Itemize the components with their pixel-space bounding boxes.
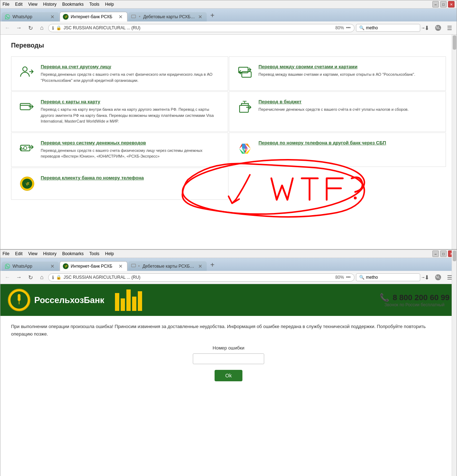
tab-whatsapp-label-2: WhatsApp: [12, 264, 47, 269]
extensions-btn-1[interactable]: NL: [433, 23, 443, 33]
bank-header: РоссельхозБанк 📞 8 800 200 60 99: [0, 284, 457, 316]
tab-whatsapp-close-1[interactable]: ✕: [50, 14, 55, 20]
scrollbar-2[interactable]: [452, 284, 457, 476]
tab-bank-close-1[interactable]: ✕: [118, 14, 124, 20]
menu-view-1[interactable]: View: [28, 2, 37, 7]
menu-history-2[interactable]: History: [43, 251, 56, 256]
back-btn-1[interactable]: ←: [2, 23, 12, 33]
transfer-budget-title[interactable]: Перевод в бюджет: [258, 99, 409, 104]
error-number-label: Номер ошибки: [11, 345, 446, 351]
tab-debit-close-1[interactable]: ✕: [197, 14, 203, 20]
scrollbar-1[interactable]: [452, 35, 457, 249]
more-btn-1[interactable]: •••: [346, 25, 351, 30]
bar-1: [115, 293, 119, 311]
minimize-btn-2[interactable]: –: [432, 251, 439, 257]
transfer-money-card[interactable]: Перевод через систему денежных переводов…: [11, 133, 228, 167]
page-title-1: Переводы: [11, 42, 446, 49]
url-text-1: JSC RUSSIAN AGRICULTURAL ... (RU): [64, 25, 333, 30]
forward-btn-2[interactable]: →: [14, 272, 24, 282]
error-number-input[interactable]: [193, 353, 264, 364]
tab-debit-close-2[interactable]: ✕: [197, 263, 203, 269]
tab-bank-close-2[interactable]: ✕: [118, 263, 124, 269]
extensions-btn-2[interactable]: NL: [433, 272, 443, 282]
transfer-phone-title[interactable]: Перевод клиенту банка по номеру телефона: [41, 175, 144, 180]
tab-dot-1: •: [139, 14, 140, 19]
tab-whatsapp-1[interactable]: WhatsApp ✕: [2, 12, 59, 21]
transfer-sbp-info: Перевод по номеру телефона в другой банк…: [258, 140, 386, 148]
svg-text:NL: NL: [436, 26, 441, 30]
forward-btn-1[interactable]: →: [14, 23, 24, 33]
bar-4: [132, 297, 136, 311]
phone-icon: 📞: [380, 293, 389, 302]
transfer-money-title[interactable]: Перевод через систему денежных переводов: [41, 140, 221, 145]
tab-bank-label-2: Интернет-банк РСХБ: [71, 264, 116, 269]
search-input-1[interactable]: [366, 25, 420, 30]
menu-view-2[interactable]: View: [28, 251, 37, 256]
error-message-text: При выполнении операции произошла ошибка…: [11, 323, 446, 338]
info-icon-1: ℹ: [52, 25, 54, 31]
transfer-person-card[interactable]: Перевод на счет другому лицу Перевод ден…: [11, 56, 228, 91]
debit-tab-icon-1: [131, 14, 137, 20]
reload-btn-1[interactable]: ↻: [25, 23, 35, 33]
home-btn-1[interactable]: ⌂: [37, 23, 47, 33]
new-tab-btn-2[interactable]: +: [207, 261, 217, 269]
transfer-money-icon: [19, 140, 36, 157]
transfer-own-title[interactable]: Перевод между своими счетами и картами: [258, 64, 415, 69]
transfer-sbp-card[interactable]: СБП Перевод по номеру телефона в другой …: [229, 133, 446, 167]
menu-bookmarks-1[interactable]: Bookmarks: [62, 2, 84, 7]
transfer-card-card[interactable]: Перевод с карты на карту Перевод с карты…: [11, 91, 228, 132]
menu-file-1[interactable]: File: [2, 2, 9, 7]
more-btn-2[interactable]: •••: [346, 275, 351, 280]
bar-5: [138, 291, 142, 311]
transfer-own-icon: [236, 64, 253, 81]
menu-help-2[interactable]: Help: [105, 251, 114, 256]
bar-3: [126, 289, 131, 311]
restore-btn-2[interactable]: □: [440, 251, 447, 257]
transfer-phone-card[interactable]: 🌾 Перевод клиенту банка по номеру телефо…: [11, 168, 228, 200]
download-btn-2[interactable]: ⬇: [422, 272, 432, 282]
minimize-btn-1[interactable]: –: [432, 1, 439, 8]
reload-btn-2[interactable]: ↻: [25, 272, 35, 282]
annotation-area: [228, 168, 446, 200]
transfer-sbp-title[interactable]: Перевод по номеру телефона в другой банк…: [258, 140, 386, 145]
home-btn-2[interactable]: ⌂: [37, 272, 47, 282]
transfer-person-title[interactable]: Перевод на счет другому лицу: [41, 64, 221, 69]
url-bar-2[interactable]: ℹ 🔒 JSC RUSSIAN AGRICULTURAL ... (RU) 80…: [48, 273, 355, 282]
tab-debit-1[interactable]: • Дебетовые карты РСХБ | Банки.р ✕: [128, 12, 207, 21]
tab-bank-2[interactable]: 🌾 Интернет-банк РСХБ ✕: [60, 261, 127, 271]
menu-bookmarks-2[interactable]: Bookmarks: [62, 251, 84, 256]
new-tab-btn-1[interactable]: +: [207, 11, 217, 20]
tab-bank-1[interactable]: 🌾 Интернет-банк РСХБ ✕: [60, 12, 127, 21]
download-btn-1[interactable]: ⬇: [422, 23, 432, 33]
url-bar-1[interactable]: ℹ 🔒 JSC RUSSIAN AGRICULTURAL ... (RU) 80…: [48, 24, 355, 32]
hamburger-menu-btn-1[interactable]: ☰: [445, 23, 455, 33]
tab-debit-2[interactable]: • Дебетовые карты РСХБ | Банки. ✕: [128, 261, 207, 271]
search-input-2[interactable]: [366, 275, 420, 280]
menu-bar-1: File Edit View History Bookmarks Tools H…: [0, 0, 457, 9]
svg-point-24: [354, 197, 357, 199]
menu-edit-1[interactable]: Edit: [15, 2, 22, 7]
phone-section: 📞 8 800 200 60 99 Звонок по России беспл…: [380, 293, 450, 307]
transfer-own-card[interactable]: Перевод между своими счетами и картами П…: [229, 56, 446, 91]
transfer-budget-icon: [236, 99, 253, 116]
search-icon-1: 🔍: [359, 25, 365, 30]
scrollbar-thumb-1[interactable]: [453, 35, 456, 50]
transfer-card-title[interactable]: Перевод с карты на карту: [41, 99, 221, 104]
menu-tools-1[interactable]: Tools: [89, 2, 99, 7]
ok-button[interactable]: Ok: [215, 370, 242, 381]
back-btn-2[interactable]: ←: [2, 272, 12, 282]
menu-file-2[interactable]: File: [2, 251, 9, 256]
svg-rect-26: [131, 264, 136, 267]
bank-bars-decoration: [115, 289, 142, 311]
transfer-budget-card[interactable]: Перевод в бюджет Перечисление денежных с…: [229, 91, 446, 132]
menu-history-1[interactable]: History: [43, 2, 56, 7]
restore-btn-1[interactable]: □: [440, 1, 447, 8]
menu-edit-2[interactable]: Edit: [15, 251, 22, 256]
close-btn-1[interactable]: ✕: [448, 1, 455, 8]
menu-help-1[interactable]: Help: [105, 2, 114, 7]
lock-icon-2: 🔒: [56, 275, 61, 280]
tab-whatsapp-close-2[interactable]: ✕: [50, 263, 55, 269]
transfer-sbp-icon: СБП: [236, 140, 253, 157]
tab-whatsapp-2[interactable]: WhatsApp ✕: [2, 262, 59, 271]
menu-tools-2[interactable]: Tools: [89, 251, 99, 256]
